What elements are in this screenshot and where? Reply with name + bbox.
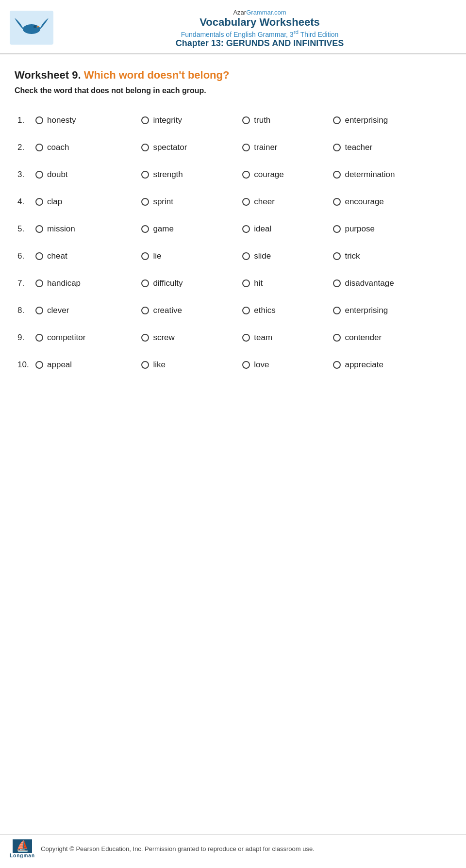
- radio-button[interactable]: [333, 279, 341, 287]
- main-content: Worksheet 9. Which word doesn't belong? …: [0, 54, 466, 388]
- word-text: creative: [153, 306, 182, 315]
- radio-button[interactable]: [35, 116, 43, 124]
- row-number: 6.: [15, 243, 33, 270]
- word-text: contender: [345, 333, 382, 343]
- word-text: spectator: [153, 143, 187, 152]
- word-text: handicap: [47, 278, 81, 288]
- radio-button[interactable]: [35, 279, 43, 287]
- row-number: 7.: [15, 270, 33, 297]
- ship-icon: ⛵: [16, 840, 29, 852]
- word-text: clever: [47, 306, 69, 315]
- radio-button[interactable]: [141, 279, 149, 287]
- word-col-3: team: [239, 324, 330, 351]
- radio-button[interactable]: [242, 225, 250, 233]
- table-row: 5. mission game ideal: [15, 215, 451, 243]
- word-text: doubt: [47, 170, 68, 180]
- radio-button[interactable]: [141, 116, 149, 124]
- word-col-1: doubt: [33, 161, 138, 188]
- radio-button[interactable]: [242, 307, 250, 314]
- radio-button[interactable]: [141, 361, 149, 369]
- radio-button[interactable]: [141, 334, 149, 342]
- table-row: 2. coach spectator trainer: [15, 134, 451, 161]
- word-col-3: ideal: [239, 215, 330, 243]
- radio-button[interactable]: [35, 198, 43, 206]
- word-text: enterprising: [345, 306, 388, 315]
- radio-button[interactable]: [333, 307, 341, 314]
- radio-button[interactable]: [242, 279, 250, 287]
- word-col-2: strength: [138, 161, 239, 188]
- radio-button[interactable]: [242, 252, 250, 260]
- word-text: slide: [254, 251, 271, 261]
- radio-button[interactable]: [141, 307, 149, 314]
- radio-button[interactable]: [35, 144, 43, 151]
- word-text: love: [254, 360, 269, 370]
- word-text: mission: [47, 224, 75, 234]
- radio-button[interactable]: [35, 252, 43, 260]
- word-col-2: creative: [138, 297, 239, 324]
- word-col-3: trainer: [239, 134, 330, 161]
- word-col-4: determination: [330, 161, 451, 188]
- radio-button[interactable]: [35, 307, 43, 314]
- radio-button[interactable]: [242, 361, 250, 369]
- word-col-1: clever: [33, 297, 138, 324]
- table-row: 4. clap sprint cheer: [15, 188, 451, 215]
- word-col-2: screw: [138, 324, 239, 351]
- table-row: 1. honesty integrity truth: [15, 107, 451, 134]
- radio-button[interactable]: [141, 252, 149, 260]
- table-row: 3. doubt strength courage: [15, 161, 451, 188]
- radio-button[interactable]: [35, 361, 43, 369]
- radio-button[interactable]: [333, 225, 341, 233]
- radio-button[interactable]: [141, 225, 149, 233]
- row-number: 10.: [15, 351, 33, 378]
- radio-button[interactable]: [35, 334, 43, 342]
- radio-button[interactable]: [141, 171, 149, 179]
- word-col-4: teacher: [330, 134, 451, 161]
- word-col-4: disadvantage: [330, 270, 451, 297]
- word-text: sprint: [153, 197, 173, 207]
- row-number: 8.: [15, 297, 33, 324]
- radio-button[interactable]: [333, 361, 341, 369]
- word-col-1: handicap: [33, 270, 138, 297]
- word-text: strength: [153, 170, 183, 180]
- word-text: appreciate: [345, 360, 383, 370]
- radio-button[interactable]: [333, 334, 341, 342]
- radio-button[interactable]: [242, 334, 250, 342]
- radio-button[interactable]: [35, 171, 43, 179]
- radio-button[interactable]: [141, 198, 149, 206]
- table-row: 8. clever creative ethics: [15, 297, 451, 324]
- radio-button[interactable]: [242, 198, 250, 206]
- row-number: 2.: [15, 134, 33, 161]
- word-text: like: [153, 360, 166, 370]
- word-col-2: game: [138, 215, 239, 243]
- radio-button[interactable]: [333, 198, 341, 206]
- radio-button[interactable]: [141, 144, 149, 151]
- word-text: team: [254, 333, 272, 343]
- word-col-1: competitor: [33, 324, 138, 351]
- word-col-1: honesty: [33, 107, 138, 134]
- radio-button[interactable]: [333, 171, 341, 179]
- word-col-4: encourage: [330, 188, 451, 215]
- word-text: hit: [254, 278, 263, 288]
- word-col-2: spectator: [138, 134, 239, 161]
- pearson-text: Longman: [10, 853, 35, 858]
- word-col-3: cheer: [239, 188, 330, 215]
- radio-button[interactable]: [333, 144, 341, 151]
- word-text: courage: [254, 170, 283, 180]
- word-col-2: integrity: [138, 107, 239, 134]
- word-text: disadvantage: [345, 278, 394, 288]
- radio-button[interactable]: [242, 116, 250, 124]
- radio-button[interactable]: [242, 144, 250, 151]
- word-col-3: ethics: [239, 297, 330, 324]
- radio-button[interactable]: [333, 116, 341, 124]
- row-number: 4.: [15, 188, 33, 215]
- radio-button[interactable]: [333, 252, 341, 260]
- pearson-logo: ⛵ Longman: [10, 839, 35, 858]
- word-col-3: courage: [239, 161, 330, 188]
- word-col-2: like: [138, 351, 239, 378]
- radio-button[interactable]: [35, 225, 43, 233]
- word-text: honesty: [47, 115, 76, 125]
- radio-button[interactable]: [242, 171, 250, 179]
- word-text: difficulty: [153, 278, 183, 288]
- word-col-3: hit: [239, 270, 330, 297]
- word-text: ethics: [254, 306, 275, 315]
